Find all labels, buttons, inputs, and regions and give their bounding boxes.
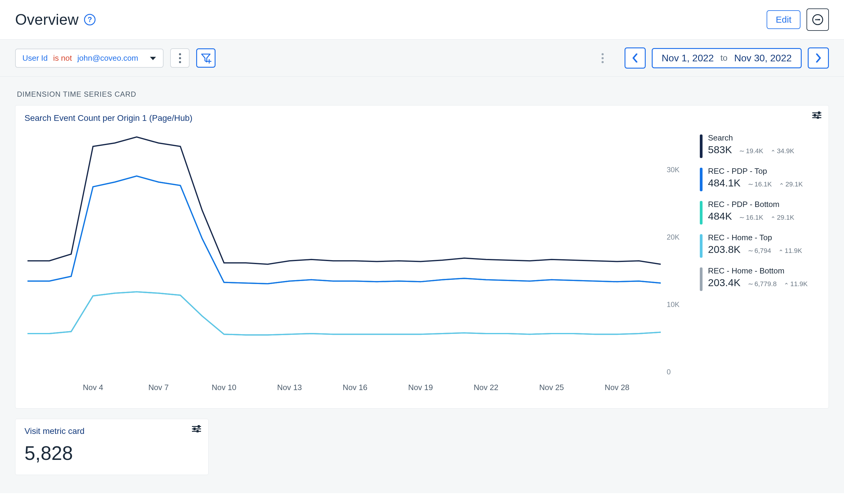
date-end: Nov 30, 2022 [734, 53, 792, 64]
legend-series-max: 11.9K [778, 247, 802, 255]
svg-text:Nov 28: Nov 28 [604, 383, 629, 392]
legend-item[interactable]: REC - Home - Bottom203.4K6,779.811.9K [700, 266, 821, 291]
filter-field: User Id [22, 53, 48, 63]
svg-text:Nov 4: Nov 4 [83, 383, 103, 392]
legend-series-total: 484K [708, 210, 732, 222]
card-settings-button[interactable] [192, 425, 201, 432]
header-right: Edit [767, 8, 829, 31]
legend-series-total: 583K [708, 144, 732, 156]
legend-series-name: REC - PDP - Top [708, 166, 803, 176]
svg-text:Nov 10: Nov 10 [212, 383, 236, 392]
visit-metric-card: Visit metric card 5,828 [15, 419, 209, 475]
ts-card-title: Search Event Count per Origin 1 (Page/Hu… [24, 113, 821, 123]
legend-item[interactable]: REC - Home - Top203.8K6,79411.9K [700, 233, 821, 258]
body-area: DIMENSION TIME SERIES CARD Search Event … [0, 77, 844, 493]
legend-item[interactable]: Search583K19.4K34.9K [700, 133, 821, 158]
legend-series-max: 11.9K [784, 280, 808, 288]
chart-legend: Search583K19.4K34.9KREC - PDP - Top484.1… [700, 133, 821, 399]
page-title: Overview [15, 11, 78, 29]
svg-text:Nov 16: Nov 16 [343, 383, 368, 392]
metric-card-value: 5,828 [24, 442, 199, 464]
legend-swatch [700, 134, 703, 158]
legend-series-name: Search [708, 133, 794, 143]
legend-series-max: 29.1K [771, 214, 794, 221]
legend-swatch [700, 267, 703, 291]
filter-chip[interactable]: User Id is not john@coveo.com [15, 49, 163, 68]
date-range-picker[interactable]: Nov 1, 2022 to Nov 30, 2022 [652, 48, 802, 68]
svg-rect-26 [196, 430, 199, 432]
header-left: Overview ? [15, 11, 95, 29]
svg-text:Nov 13: Nov 13 [277, 383, 302, 392]
edit-button[interactable]: Edit [767, 10, 801, 29]
filter-operator: is not [53, 53, 72, 63]
svg-rect-22 [192, 429, 201, 429]
filter-chip-menu-button[interactable] [170, 48, 190, 68]
metric-card-title: Visit metric card [24, 426, 199, 436]
time-series-card: Search Event Count per Origin 1 (Page/Hu… [15, 105, 829, 409]
svg-rect-24 [198, 425, 200, 428]
toolbar-left: User Id is not john@coveo.com [15, 48, 215, 68]
time-series-chart[interactable]: 010K20K30KNov 4Nov 7Nov 10Nov 13Nov 16No… [24, 133, 691, 399]
date-next-button[interactable] [808, 48, 829, 69]
legend-series-avg: 6,794 [748, 247, 771, 255]
legend-swatch [700, 201, 703, 224]
svg-text:Nov 22: Nov 22 [474, 383, 498, 392]
svg-rect-7 [817, 116, 819, 119]
svg-text:Nov 7: Nov 7 [148, 383, 169, 392]
legend-swatch [700, 168, 703, 191]
date-to-label: to [720, 53, 727, 63]
svg-text:10K: 10K [667, 300, 680, 308]
legend-swatch [700, 234, 703, 258]
legend-series-avg: 16.1K [739, 214, 763, 221]
legend-series-name: REC - Home - Top [708, 233, 802, 242]
filter-add-icon [201, 53, 211, 63]
page-header: Overview ? Edit [0, 0, 844, 39]
date-start: Nov 1, 2022 [662, 53, 714, 64]
legend-series-max: 34.9K [771, 147, 794, 155]
filter-value: john@coveo.com [77, 53, 138, 63]
more-horizontal-icon [812, 15, 823, 25]
svg-text:30K: 30K [667, 166, 680, 174]
chevron-down-icon [150, 53, 156, 63]
more-vertical-icon [179, 53, 181, 63]
svg-text:Nov 19: Nov 19 [408, 383, 433, 392]
card-more-button[interactable] [807, 8, 829, 31]
toolbar-right: Nov 1, 2022 to Nov 30, 2022 [625, 48, 829, 69]
legend-series-total: 203.8K [708, 244, 741, 255]
legend-item[interactable]: REC - PDP - Top484.1K16.1K29.1K [700, 166, 821, 191]
card-settings-button[interactable] [812, 111, 821, 119]
legend-item[interactable]: REC - PDP - Bottom484K16.1K29.1K [700, 200, 821, 224]
legend-series-name: REC - Home - Bottom [708, 266, 808, 275]
svg-text:Nov 25: Nov 25 [539, 383, 564, 392]
svg-rect-3 [812, 115, 821, 116]
add-filter-button[interactable] [196, 48, 215, 68]
legend-series-name: REC - PDP - Bottom [708, 200, 794, 209]
svg-rect-6 [814, 114, 816, 116]
filter-toolbar: User Id is not john@coveo.com [0, 39, 844, 77]
legend-series-total: 484.1K [708, 177, 741, 189]
more-vertical-icon [601, 53, 604, 63]
legend-series-avg: 6,779.8 [748, 280, 777, 288]
help-icon[interactable]: ? [84, 14, 95, 25]
legend-series-max: 29.1K [779, 180, 803, 188]
toolbar-menu-button[interactable] [593, 48, 613, 68]
svg-text:20K: 20K [667, 233, 680, 241]
date-prev-button[interactable] [625, 48, 646, 69]
section-label: DIMENSION TIME SERIES CARD [15, 83, 829, 105]
legend-series-avg: 19.4K [739, 147, 763, 155]
svg-text:0: 0 [667, 368, 671, 376]
svg-rect-25 [193, 428, 196, 430]
legend-series-avg: 16.1K [748, 180, 772, 188]
svg-rect-5 [818, 111, 820, 114]
legend-series-total: 203.4K [708, 277, 741, 289]
